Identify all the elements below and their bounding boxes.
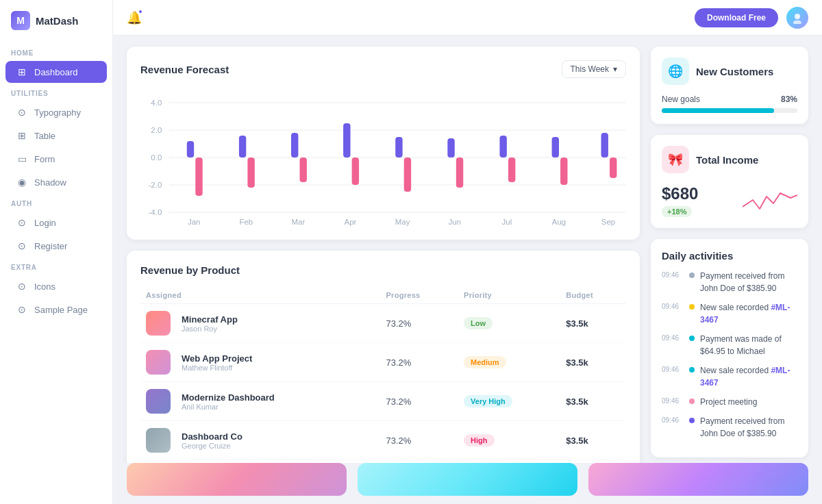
activity-time: 09:46 bbox=[662, 396, 684, 405]
priority-badge: High bbox=[464, 434, 494, 446]
svg-text:Jan: Jan bbox=[188, 218, 200, 226]
product-priority: Medium bbox=[458, 343, 560, 382]
total-income-icon: 🎀 bbox=[662, 146, 689, 173]
content-area: Revenue Forecast This Week ▾ bbox=[113, 36, 822, 463]
svg-rect-18 bbox=[343, 123, 350, 158]
svg-text:Feb: Feb bbox=[239, 218, 253, 226]
svg-rect-28 bbox=[601, 133, 608, 158]
daily-activities-card: Daily activities 09:46 Payment received … bbox=[651, 239, 808, 457]
svg-rect-26 bbox=[552, 137, 559, 158]
activity-dot bbox=[689, 367, 695, 373]
product-person: Anil Kumar bbox=[182, 403, 275, 411]
activity-item: 09:46 Project meeting bbox=[662, 396, 797, 408]
topbar-right: Download Free bbox=[695, 7, 808, 29]
table-icon: ⊞ bbox=[16, 130, 27, 141]
new-customers-title: New Customers bbox=[696, 66, 773, 77]
svg-rect-16 bbox=[291, 133, 298, 158]
activity-dot bbox=[689, 273, 695, 278]
notification-icon[interactable]: 🔔 bbox=[127, 10, 142, 25]
section-label-auth: AUTH bbox=[0, 194, 112, 210]
avatar[interactable] bbox=[786, 7, 808, 29]
activity-item: 09:46 New sale recorded #ML-3467 bbox=[662, 301, 797, 326]
sidebar-item-typography[interactable]: ⊙ Typography bbox=[5, 101, 107, 123]
svg-text:-2.0: -2.0 bbox=[149, 181, 162, 189]
sidebar-item-register[interactable]: ⊙ Register bbox=[5, 235, 107, 257]
priority-badge: Low bbox=[464, 317, 493, 329]
logo-text: MatDash bbox=[36, 15, 79, 27]
activity-dot bbox=[689, 336, 695, 341]
logo: M MatDash bbox=[0, 11, 112, 44]
sidebar-item-label: Sample Page bbox=[34, 305, 88, 315]
svg-rect-21 bbox=[404, 158, 411, 192]
svg-text:-4.0: -4.0 bbox=[149, 208, 162, 216]
product-budget: $3.5k bbox=[560, 421, 626, 460]
col-budget: Budget bbox=[560, 287, 626, 304]
section-label-home: HOME bbox=[0, 44, 112, 60]
activity-link[interactable]: #ML-3467 bbox=[700, 303, 790, 325]
bottom-card-3 bbox=[588, 463, 808, 496]
sidebar-item-label: Register bbox=[34, 241, 67, 251]
sidebar-item-sample-page[interactable]: ⊙ Sample Page bbox=[5, 299, 107, 320]
svg-point-1 bbox=[793, 20, 801, 24]
svg-text:Apr: Apr bbox=[345, 218, 357, 226]
sidebar-item-form[interactable]: ▭ Form bbox=[5, 148, 107, 170]
product-priority: Very High bbox=[458, 382, 560, 421]
new-customers-header: 🌐 New Customers bbox=[662, 58, 797, 85]
activity-dot bbox=[689, 304, 695, 310]
sidebar-item-login[interactable]: ⊙ Login bbox=[5, 212, 107, 234]
activity-item: 09:46 Payment received from John Doe of … bbox=[662, 415, 797, 440]
main-area: 🔔 Download Free Revenue Forecast bbox=[113, 0, 822, 504]
activity-time: 09:46 bbox=[662, 270, 684, 279]
activity-link[interactable]: #ML-3467 bbox=[700, 366, 790, 388]
section-label-extra: EXTRA bbox=[0, 258, 112, 274]
activity-text: Payment received from John Doe of $385.9… bbox=[700, 270, 797, 294]
income-sparkline bbox=[743, 183, 797, 217]
svg-rect-24 bbox=[499, 136, 506, 158]
svg-text:Aug: Aug bbox=[552, 218, 566, 226]
sample-icon: ⊙ bbox=[16, 304, 27, 315]
col-progress: Progress bbox=[380, 287, 458, 304]
svg-rect-19 bbox=[352, 158, 359, 185]
total-income-header: 🎀 Total Income bbox=[662, 146, 797, 173]
revenue-forecast-header: Revenue Forecast This Week ▾ bbox=[140, 60, 626, 78]
sidebar-item-shadow[interactable]: ◉ Shadow bbox=[5, 171, 107, 193]
sidebar-section-extra: EXTRA ⊙ Icons ⊙ Sample Page bbox=[0, 258, 112, 322]
product-assigned: Modernize Dashboard Anil Kumar bbox=[140, 382, 380, 421]
activity-dot bbox=[689, 418, 695, 423]
svg-rect-13 bbox=[195, 158, 202, 196]
svg-text:2.0: 2.0 bbox=[151, 126, 162, 134]
activity-item: 09:46 Payment was made of $64.95 to Mich… bbox=[662, 333, 797, 357]
product-name: Modernize Dashboard bbox=[182, 392, 275, 403]
product-person: Jason Roy bbox=[182, 325, 238, 333]
shadow-icon: ◉ bbox=[16, 177, 27, 188]
svg-text:Jul: Jul bbox=[502, 218, 512, 226]
product-budget: $3.5k bbox=[560, 304, 626, 343]
period-dropdown[interactable]: This Week ▾ bbox=[562, 60, 626, 78]
sidebar-item-table[interactable]: ⊞ Table bbox=[5, 125, 107, 147]
section-label-utilities: UTILITIES bbox=[0, 84, 112, 100]
product-table: Assigned Progress Priority Budget Minecr… bbox=[140, 287, 626, 460]
sidebar-item-dashboard[interactable]: ⊞ Dashboard bbox=[5, 61, 107, 83]
activities-list: 09:46 Payment received from John Doe of … bbox=[662, 270, 797, 440]
download-free-button[interactable]: Download Free bbox=[695, 8, 778, 27]
svg-rect-12 bbox=[187, 141, 194, 158]
svg-text:Sep: Sep bbox=[601, 218, 615, 226]
activity-time: 09:46 bbox=[662, 415, 684, 424]
typography-icon: ⊙ bbox=[16, 107, 27, 118]
priority-badge: Medium bbox=[464, 356, 506, 368]
dashboard-icon: ⊞ bbox=[16, 66, 27, 77]
sidebar-section-auth: AUTH ⊙ Login ⊙ Register bbox=[0, 194, 112, 258]
total-income-card: 🎀 Total Income $680 +18% bbox=[651, 135, 808, 228]
svg-rect-23 bbox=[456, 158, 463, 188]
sidebar-item-icons[interactable]: ⊙ Icons bbox=[5, 275, 107, 297]
bottom-row bbox=[113, 463, 822, 504]
activity-text: Payment was made of $64.95 to Michael bbox=[700, 333, 797, 357]
bottom-card-2 bbox=[358, 463, 577, 496]
table-row: Dashboard Co George Cruize 73.2% High $3… bbox=[140, 421, 626, 460]
topbar: 🔔 Download Free bbox=[113, 0, 822, 36]
progress-percent: 83% bbox=[781, 94, 797, 104]
product-assigned: Minecraf App Jason Roy bbox=[140, 304, 380, 343]
register-icon: ⊙ bbox=[16, 240, 27, 251]
activity-text: New sale recorded #ML-3467 bbox=[700, 364, 797, 389]
product-priority: Low bbox=[458, 304, 560, 343]
